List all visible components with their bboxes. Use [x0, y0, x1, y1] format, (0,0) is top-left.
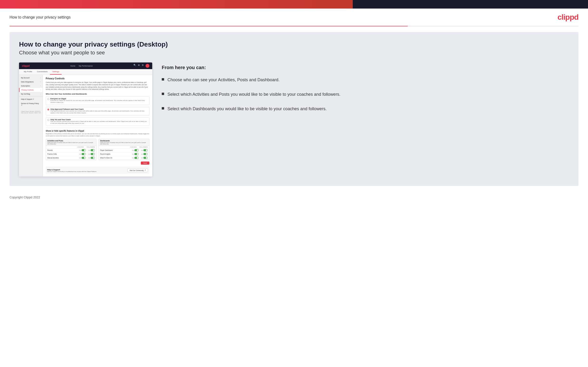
on-label: ON: [79, 150, 81, 151]
sidebar-item-my-golf-bag[interactable]: My Golf Bag ›: [19, 92, 43, 96]
toggle-row-manual-activities: Manual Activities ON ON: [46, 156, 96, 160]
sql-version: SQL Server Version: 2022.7.30: [21, 112, 41, 114]
chevron-right-icon: ›: [40, 93, 41, 95]
col-followers: FOLLOWERS: [86, 146, 95, 148]
search-icon[interactable]: 🔍: [133, 64, 136, 68]
copyright: Copyright Clippd 2022: [9, 195, 40, 199]
switch-pd-coaches[interactable]: [134, 149, 139, 151]
sidebar-label-help-support: Help & Support ↗: [21, 98, 34, 100]
chevron-right-icon: ›: [40, 89, 41, 91]
toggle-group-player-dashboard: ON ON: [132, 149, 148, 151]
chevron-right-icon: ›: [40, 77, 41, 79]
page-subheading: Choose what you want people to see: [19, 50, 569, 56]
radio-label-everyone: Everyone on Clippd: [51, 98, 148, 100]
nav-home[interactable]: Home: [70, 65, 75, 67]
toggle-pd-coaches[interactable]: ON: [132, 149, 139, 151]
switch-practice-followers[interactable]: [91, 153, 95, 155]
toggle-practice-coaches[interactable]: ON: [79, 153, 86, 155]
page-heading: How to change your privacy settings (Des…: [19, 41, 569, 48]
toggle-wtwo-followers[interactable]: ON: [141, 157, 148, 159]
save-button[interactable]: Save: [141, 161, 149, 165]
help-section: Help & Support Visit our Clippd communit…: [46, 167, 149, 174]
toggle-group-wtwo: ON ON: [132, 157, 148, 159]
switch-rounds-coaches[interactable]: [82, 149, 86, 151]
visit-community-button[interactable]: Visit Our Community ↗: [128, 168, 148, 172]
bullet-square-2: [162, 93, 164, 95]
switch-pd-followers[interactable]: [143, 149, 148, 151]
switch-ri-coaches[interactable]: [134, 153, 139, 155]
sidebar-item-my-account[interactable]: My Account ›: [19, 76, 43, 80]
row-label-round-insights: Round Insights: [100, 153, 132, 155]
toggle-row-what-to-work-on: What To Work On ON ON: [99, 156, 149, 160]
app-nav-logo: clippd: [22, 64, 29, 67]
screenshot-container: clippd Home My Performance 🔍 ⊞ ⚙ My Prof…: [19, 62, 152, 176]
toggle-row-round-insights: Round Insights ON ON: [99, 152, 149, 156]
toggle-practice-followers[interactable]: ON: [88, 153, 95, 155]
sidebar-item-subscription[interactable]: Subscription ›: [19, 84, 43, 88]
on-label: ON: [79, 157, 81, 159]
radio-content-coach-only: Only You and Your Coach Only you and the…: [51, 119, 148, 125]
settings-icon[interactable]: ⚙: [142, 64, 144, 68]
toggle-pd-followers[interactable]: ON: [141, 149, 148, 151]
toggle-ri-coaches[interactable]: ON: [132, 153, 139, 155]
on-label: ON: [132, 150, 134, 151]
header-divider: [9, 26, 579, 26]
sidebar-item-service-privacy[interactable]: Service & Privacy Policy ↗: [19, 101, 43, 107]
sidebar-item-privacy-controls[interactable]: Privacy Controls ›: [19, 88, 43, 92]
radio-desc-coach-only: Only you and the coaches you connect wit…: [51, 120, 148, 125]
on-label: ON: [132, 153, 134, 155]
switch-rounds-followers[interactable]: [91, 149, 95, 151]
top-bar: [0, 0, 588, 8]
activities-col-headers: COACHES FOLLOWERS: [46, 146, 96, 149]
avatar[interactable]: [146, 64, 149, 68]
app-nav-links: Home My Performance: [70, 65, 93, 67]
grid-icon[interactable]: ⊞: [138, 64, 140, 68]
col-coaches: COACHES: [77, 146, 84, 148]
toggle-rounds-coaches[interactable]: ON: [79, 149, 86, 151]
show-hide-desc: Regardless of the privacy controls that …: [46, 133, 149, 137]
sidebar-label-subscription: Subscription: [21, 85, 30, 87]
radio-everyone[interactable]: Everyone on Clippd Everyone on Clippd ca…: [46, 96, 149, 105]
tab-connections[interactable]: Connections: [35, 69, 50, 75]
toggle-group-manual: ON ON: [79, 157, 95, 159]
on-label: ON: [132, 157, 134, 159]
tab-my-profile[interactable]: My Profile: [21, 69, 35, 75]
switch-wtwo-coaches[interactable]: [134, 157, 139, 159]
radio-coach-only[interactable]: Only You and Your Coach Only you and the…: [46, 117, 149, 126]
privacy-controls-desc: Control how you and your data appears to…: [46, 81, 149, 91]
activities-table: Activities and Posts Select the types of…: [46, 139, 96, 160]
nav-my-performance[interactable]: My Performance: [79, 65, 93, 67]
row-label-what-to-work-on: What To Work On: [100, 157, 132, 159]
sidebar-item-data-integrations[interactable]: Data Integrations ›: [19, 80, 43, 84]
chevron-right-icon: ›: [40, 81, 41, 83]
main-content: How to change your privacy settings (Des…: [9, 32, 579, 186]
from-here-text: From here you can:: [162, 65, 569, 70]
sidebar-item-help-support[interactable]: Help & Support ↗: [19, 97, 43, 101]
toggle-manual-coaches[interactable]: ON: [79, 157, 86, 159]
on-label: ON: [79, 153, 81, 155]
switch-practice-coaches[interactable]: [82, 153, 86, 155]
on-label: ON: [141, 153, 143, 155]
radio-followers[interactable]: Only Approved Followers and Your Coach O…: [46, 107, 149, 116]
toggle-ri-followers[interactable]: ON: [141, 153, 148, 155]
sidebar-label-data-integrations: Data Integrations: [21, 81, 34, 83]
radio-circle-coach-only: [47, 119, 49, 121]
radio-label-followers: Only Approved Followers and Your Coach: [51, 108, 148, 110]
switch-ri-followers[interactable]: [143, 153, 148, 155]
switch-manual-coaches[interactable]: [82, 157, 86, 159]
tab-settings[interactable]: Settings: [50, 69, 62, 75]
switch-wtwo-followers[interactable]: [143, 157, 148, 159]
on-label: ON: [141, 150, 143, 151]
radio-content-followers: Only Approved Followers and Your Coach O…: [51, 108, 148, 114]
toggle-wtwo-coaches[interactable]: ON: [132, 157, 139, 159]
toggle-rounds-followers[interactable]: ON: [88, 149, 95, 151]
toggle-manual-followers[interactable]: ON: [88, 157, 95, 159]
row-label-rounds: Rounds: [47, 150, 79, 151]
sidebar-label-my-account: My Account: [21, 77, 29, 79]
section-divider: [46, 128, 149, 128]
tables-row: Activities and Posts Select the types of…: [46, 139, 149, 160]
header: How to change your privacy settings clip…: [0, 8, 588, 26]
radio-desc-everyone: Everyone on Clippd can search for you an…: [51, 100, 148, 104]
show-hide-title: Show or hide specific features in Clippd: [46, 130, 149, 132]
switch-manual-followers[interactable]: [91, 157, 95, 159]
